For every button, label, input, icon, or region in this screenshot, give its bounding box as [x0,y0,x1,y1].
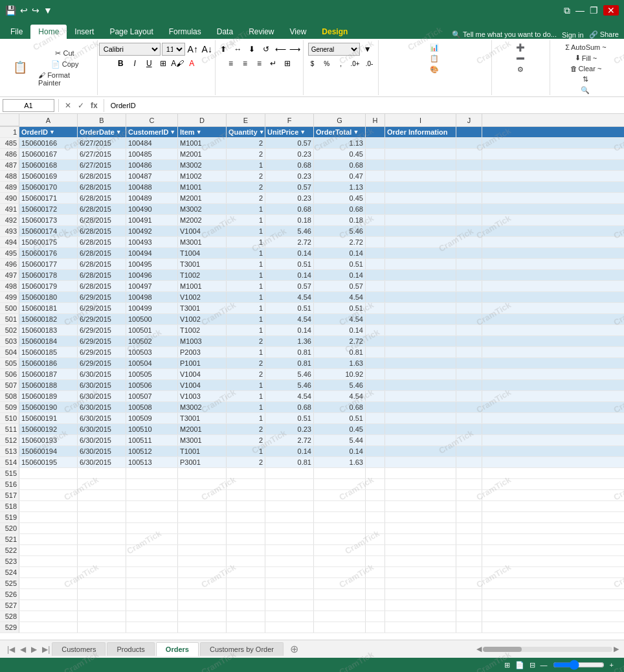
cell-i511[interactable] [385,424,456,434]
cell-a508[interactable]: 150600189 [19,391,78,401]
cell-h496[interactable] [366,259,385,269]
increase-font-button[interactable]: A↑ [186,43,199,56]
tab-data[interactable]: Data [209,25,241,39]
cell-j491[interactable] [456,204,482,214]
cell-e514[interactable]: 2 [227,457,265,467]
cell-i1[interactable]: Order Information [385,127,456,137]
delete-button[interactable]: ➖ [512,54,530,63]
cell-a504[interactable]: 150600185 [19,347,78,357]
cell-c521[interactable] [126,534,178,544]
cell-e500[interactable]: 1 [227,303,265,313]
cell-h490[interactable] [366,193,385,203]
cell-j524[interactable] [456,567,482,577]
cell-a519[interactable] [19,512,78,522]
cell-a505[interactable]: 150600186 [19,358,78,368]
cell-j486[interactable] [456,149,482,159]
cell-h514[interactable] [366,457,385,467]
cell-i502[interactable] [385,325,456,335]
restore-icon[interactable]: ❐ [590,5,598,16]
wrap-text-button[interactable]: ↵ [267,57,280,70]
col-header-j[interactable]: J [456,114,482,126]
cell-b496[interactable]: 6/28/2015 [78,259,126,269]
cell-f500[interactable]: 0.51 [265,303,314,313]
cell-i490[interactable] [385,193,456,203]
cell-e515[interactable] [227,468,265,478]
cell-h504[interactable] [366,347,385,357]
cell-c490[interactable]: 100489 [126,193,178,203]
cell-c496[interactable]: 100495 [126,259,178,269]
sort-filter-button[interactable]: ⇅ [579,74,594,84]
cell-c504[interactable]: 100503 [126,347,178,357]
cell-c502[interactable]: 100501 [126,325,178,335]
cell-g516[interactable] [314,479,366,489]
cell-g497[interactable]: 0.14 [314,270,366,280]
cell-b515[interactable] [78,468,126,478]
cell-a497[interactable]: 150600178 [19,270,78,280]
insert-function-icon[interactable]: fx [89,101,100,110]
tab-file[interactable]: File [3,25,30,39]
cell-a490[interactable]: 150600171 [19,193,78,203]
cell-e525[interactable] [227,578,265,588]
normal-view-icon[interactable]: ⊞ [504,661,510,669]
cell-g528[interactable] [314,611,366,622]
cell-a495[interactable]: 150600176 [19,248,78,258]
cell-f488[interactable]: 0.23 [265,171,314,181]
cell-d493[interactable]: V1004 [178,226,227,236]
indent-increase-button[interactable]: ⟶ [288,43,301,56]
cell-b494[interactable]: 6/28/2015 [78,237,126,247]
cell-i494[interactable] [385,237,456,247]
cell-h505[interactable] [366,358,385,368]
cell-e512[interactable]: 2 [227,435,265,445]
cell-e511[interactable]: 2 [227,424,265,434]
tab-formulas[interactable]: Formulas [161,25,209,39]
clear-button[interactable]: 🗑 Clear ~ [566,64,606,73]
cell-f514[interactable]: 0.81 [265,457,314,467]
cell-i505[interactable] [385,358,456,368]
font-family-selector[interactable]: Calibri [99,43,161,56]
cell-b529[interactable] [78,622,126,633]
cell-g504[interactable]: 0.81 [314,347,366,357]
cell-i503[interactable] [385,336,456,346]
find-select-button[interactable]: 🔍 [577,85,595,95]
cell-a500[interactable]: 150600181 [19,303,78,313]
cell-f519[interactable] [265,512,314,522]
cell-f507[interactable]: 5.46 [265,380,314,390]
cell-f516[interactable] [265,479,314,489]
cell-j518[interactable] [456,501,482,511]
cell-b521[interactable] [78,534,126,544]
cell-a518[interactable] [19,501,78,511]
align-middle-button[interactable]: ↔ [231,43,244,56]
cell-g506[interactable]: 10.92 [314,369,366,379]
cell-a526[interactable] [19,589,78,599]
formula-input[interactable] [108,99,621,112]
cell-i495[interactable] [385,248,456,258]
cell-g529[interactable] [314,622,366,633]
cell-b510[interactable]: 6/30/2015 [78,413,126,423]
cell-i487[interactable] [385,160,456,170]
cell-c493[interactable]: 100492 [126,226,178,236]
cell-j529[interactable] [456,622,482,633]
cell-h494[interactable] [366,237,385,247]
cell-h525[interactable] [366,578,385,588]
cell-d502[interactable]: T1002 [178,325,227,335]
cell-a489[interactable]: 150600170 [19,182,78,192]
cell-f503[interactable]: 1.36 [265,336,314,346]
cell-b487[interactable]: 6/27/2015 [78,160,126,170]
cell-e517[interactable] [227,490,265,500]
cell-c520[interactable] [126,523,178,533]
cell-f498[interactable]: 0.57 [265,281,314,291]
cell-e505[interactable]: 2 [227,358,265,368]
cell-j504[interactable] [456,347,482,357]
format-button[interactable]: ⚙ [513,65,529,74]
cell-b512[interactable]: 6/30/2015 [78,435,126,445]
cell-f485[interactable]: 0.57 [265,138,314,148]
cell-h503[interactable] [366,336,385,346]
cell-e492[interactable]: 1 [227,215,265,225]
cell-f521[interactable] [265,534,314,544]
cell-f494[interactable]: 2.72 [265,237,314,247]
cell-j494[interactable] [456,237,482,247]
cell-c515[interactable] [126,468,178,478]
cell-i515[interactable] [385,468,456,478]
cell-g496[interactable]: 0.51 [314,259,366,269]
fill-color-button[interactable]: A🖌 [171,57,184,70]
